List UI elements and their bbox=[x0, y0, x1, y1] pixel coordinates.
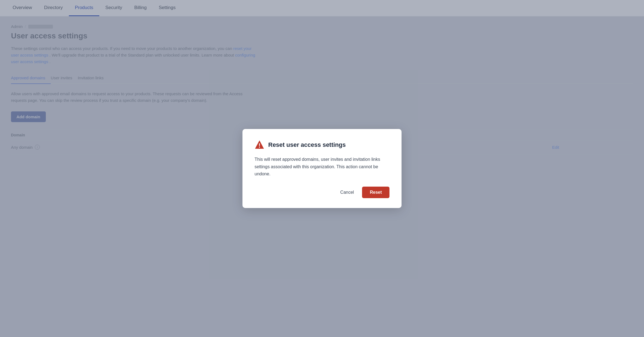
modal-header: Reset user access settings bbox=[255, 140, 389, 150]
reset-modal: Reset user access settings This will res… bbox=[242, 129, 402, 208]
modal-title: Reset user access settings bbox=[268, 141, 346, 148]
modal-actions: Cancel Reset bbox=[255, 187, 389, 198]
cancel-button[interactable]: Cancel bbox=[337, 188, 358, 197]
warning-icon bbox=[255, 140, 264, 150]
modal-body: This will reset approved domains, user i… bbox=[255, 156, 389, 178]
svg-point-2 bbox=[259, 147, 260, 148]
modal-overlay: Reset user access settings This will res… bbox=[0, 0, 644, 337]
svg-rect-1 bbox=[259, 143, 260, 146]
reset-button[interactable]: Reset bbox=[362, 187, 389, 198]
